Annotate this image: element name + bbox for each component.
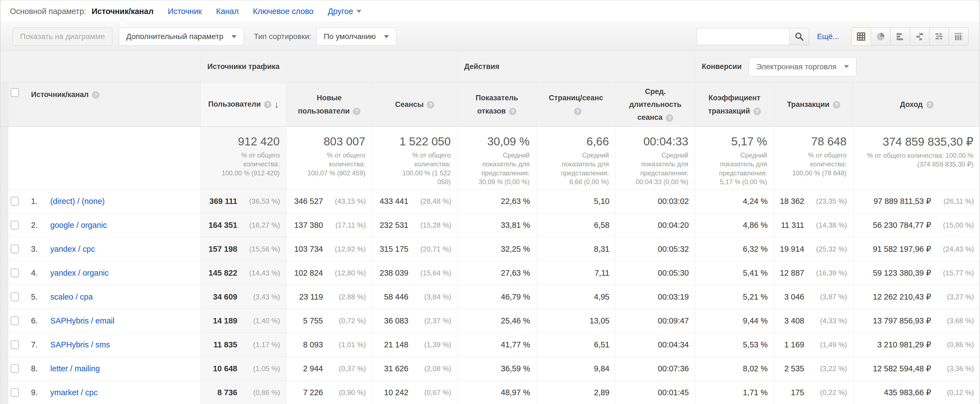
view-pivot-button[interactable] bbox=[949, 27, 969, 46]
row-checkbox[interactable] bbox=[11, 197, 19, 206]
row-checkbox[interactable] bbox=[11, 340, 19, 349]
users-percent: (16,27 %) bbox=[239, 221, 280, 230]
row-gutter bbox=[0, 357, 8, 380]
pages-cell: 6,58 bbox=[536, 213, 616, 237]
conversions-goal-dropdown[interactable]: Электронная торговля bbox=[749, 57, 856, 77]
source-medium-link[interactable]: google / organic bbox=[50, 221, 107, 230]
chevron-down-icon bbox=[356, 10, 361, 13]
new-users-column-header[interactable]: Новые пользователи bbox=[286, 83, 372, 126]
advanced-filter-link[interactable]: Ещё... bbox=[817, 32, 839, 41]
new_users-percent: (43,15 %) bbox=[325, 197, 366, 206]
dimension-tab-source[interactable]: Источник bbox=[168, 7, 202, 16]
dimension-tab-source-medium[interactable]: Источник/канал bbox=[92, 7, 154, 16]
pages-per-session-column-header[interactable]: Страниц/сеанс bbox=[536, 83, 616, 126]
avg-session-duration-column-header[interactable]: Сред. длительность сеанса bbox=[616, 83, 695, 126]
source-medium-link[interactable]: ymarket / cpc bbox=[50, 388, 97, 397]
help-icon[interactable] bbox=[427, 101, 434, 109]
help-icon[interactable] bbox=[353, 108, 360, 115]
summary-name-spacer bbox=[21, 127, 200, 189]
row-gutter bbox=[0, 83, 8, 126]
transactions-value: 1 169 bbox=[784, 340, 804, 349]
summary-row: 912 420% от общего количества: 100,00 % … bbox=[0, 126, 980, 189]
primary-dimension-label: Основной параметр: bbox=[10, 7, 86, 16]
source-medium-link[interactable]: yandex / cpc bbox=[50, 244, 95, 254]
row-checkbox[interactable] bbox=[11, 364, 19, 373]
help-icon[interactable] bbox=[264, 101, 271, 108]
row-gutter bbox=[0, 127, 8, 189]
source-medium-link[interactable]: SAPHybris / sms bbox=[50, 340, 110, 349]
sort-type-dropdown[interactable]: По умолчанию bbox=[317, 27, 396, 46]
sessions-value: 36 083 bbox=[384, 316, 409, 326]
transactions-cell: 175(0,22 %) bbox=[774, 381, 853, 404]
view-performance-button[interactable] bbox=[890, 27, 910, 46]
help-icon[interactable] bbox=[833, 101, 840, 109]
help-icon[interactable] bbox=[666, 114, 673, 122]
coeff-cell: 8,02 % bbox=[695, 357, 774, 380]
coeff-cell: 6,32 % bbox=[695, 237, 774, 261]
bounce-cell: 46,79 % bbox=[457, 285, 536, 309]
summary-revenue-value: 374 859 835,30 ₽ bbox=[883, 135, 974, 149]
transactions-cell: 12 887(16,39 %) bbox=[774, 261, 853, 285]
sessions-value: 31 626 bbox=[384, 364, 409, 373]
source-medium-link[interactable]: letter / mailing bbox=[50, 364, 100, 373]
pages-value: 8,31 bbox=[594, 244, 609, 254]
pages-value: 13,05 bbox=[589, 316, 609, 326]
row-checkbox[interactable] bbox=[11, 292, 19, 301]
transactions-percent: (1,49 %) bbox=[806, 340, 847, 349]
help-icon[interactable] bbox=[509, 108, 516, 115]
duration-value: 00:09:47 bbox=[658, 316, 689, 326]
revenue-percent: (26,11 %) bbox=[933, 197, 974, 206]
row-gutter bbox=[0, 189, 8, 213]
sessions-cell: 10 242(0,67 %) bbox=[372, 381, 457, 404]
search-button[interactable] bbox=[789, 28, 809, 45]
help-icon[interactable] bbox=[926, 101, 934, 109]
term-cloud-icon bbox=[934, 31, 944, 42]
pages-value: 6,58 bbox=[594, 221, 609, 230]
view-comparison-button[interactable] bbox=[910, 27, 929, 46]
search-input[interactable] bbox=[697, 28, 789, 45]
row-checkbox[interactable] bbox=[11, 244, 19, 253]
dimension-tab-medium[interactable]: Канал bbox=[216, 7, 239, 16]
transactions-value: 18 362 bbox=[780, 197, 804, 206]
transactions-percent: (16,39 %) bbox=[806, 269, 847, 277]
pages-cell: 9,84 bbox=[536, 357, 616, 380]
duration-cell: 00:04:34 bbox=[616, 333, 695, 356]
revenue-value: 12 582 594,48 ₽ bbox=[873, 364, 931, 373]
help-icon[interactable] bbox=[753, 108, 761, 115]
row-checkbox[interactable] bbox=[11, 268, 19, 277]
dimension-other-dropdown[interactable]: Другое bbox=[328, 7, 361, 16]
row-index: 1. bbox=[31, 197, 50, 206]
table-row: 9.ymarket / cpc8 736(0,86 %)7 226(0,90 %… bbox=[0, 380, 980, 404]
row-checkbox-cell bbox=[8, 189, 21, 213]
view-percentage-button[interactable] bbox=[871, 27, 891, 46]
row-checkbox[interactable] bbox=[11, 221, 19, 230]
summary-revenue-note: % от общего количества: 100,00 % (374 85… bbox=[856, 151, 974, 169]
source-medium-link[interactable]: (direct) / (none) bbox=[50, 197, 105, 206]
table-row: 1.(direct) / (none)369 111(36,53 %)346 5… bbox=[0, 189, 980, 213]
transaction-rate-column-header[interactable]: Коэффициент транзакций bbox=[695, 83, 774, 126]
revenue-column-header[interactable]: Доход bbox=[853, 83, 980, 126]
sessions-column-header[interactable]: Сеансы bbox=[372, 83, 457, 126]
source-medium-column-header[interactable]: Источник/канал bbox=[21, 83, 200, 126]
row-checkbox[interactable] bbox=[11, 316, 19, 325]
plot-rows-button[interactable]: Показать на диаграмме bbox=[13, 27, 112, 46]
view-data-table-button[interactable] bbox=[851, 27, 871, 46]
summary-new_users-note: % от общего количества: 100,07 % (802 45… bbox=[307, 151, 365, 177]
help-icon[interactable] bbox=[574, 108, 581, 115]
transactions-column-header[interactable]: Транзакции bbox=[774, 83, 853, 126]
view-term-cloud-button[interactable] bbox=[929, 27, 949, 46]
bounce-rate-column-header[interactable]: Показатель отказов bbox=[457, 83, 536, 126]
sessions-value: 433 441 bbox=[380, 197, 409, 206]
row-checkbox[interactable] bbox=[11, 388, 19, 397]
source-medium-link[interactable]: SAPHybris / email bbox=[50, 316, 115, 326]
coeff-cell: 4,24 % bbox=[695, 189, 774, 213]
select-all-checkbox[interactable] bbox=[11, 88, 19, 97]
users-column-header[interactable]: Пользователи bbox=[200, 83, 286, 126]
duration-cell: 00:01:45 bbox=[616, 381, 695, 404]
help-icon[interactable] bbox=[92, 91, 99, 99]
dimension-tab-keyword[interactable]: Ключевое слово bbox=[253, 7, 313, 16]
source-medium-link[interactable]: scaleo / cpa bbox=[50, 292, 93, 302]
new_users-cell: 7 226(0,90 %) bbox=[286, 381, 372, 404]
source-medium-link[interactable]: yandex / organic bbox=[50, 268, 109, 278]
secondary-dimension-dropdown[interactable]: Дополнительный параметр bbox=[119, 27, 244, 46]
